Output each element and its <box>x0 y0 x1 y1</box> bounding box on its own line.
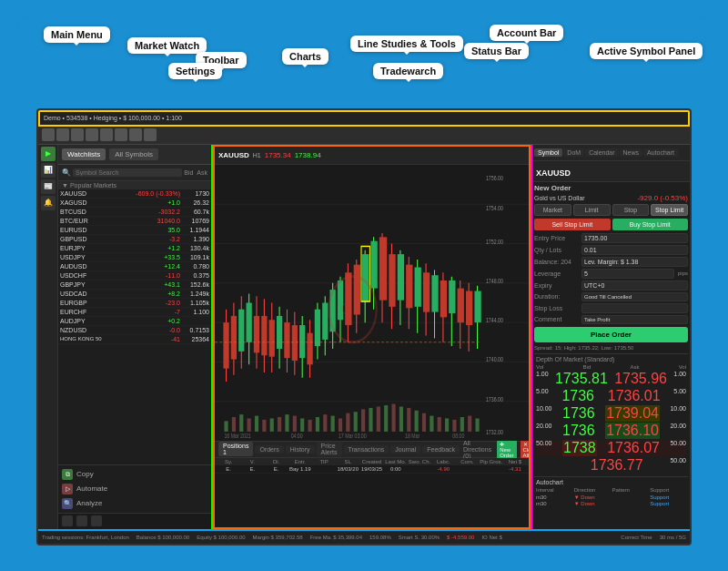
depth-title: Depth Of Market (Standard) <box>536 356 686 362</box>
instrument-name: Gold vs US Dollar <box>534 195 585 201</box>
list-item[interactable]: GBPJPY +43.1 152.6k <box>58 280 211 290</box>
tab-watchlists[interactable]: Watchlists <box>62 148 106 160</box>
tab-positions[interactable]: Positions 1 <box>218 442 253 456</box>
tab-feedback[interactable]: Feedback <box>422 445 460 454</box>
copy-action[interactable]: ⧉ Copy <box>60 467 209 482</box>
market-watch-header: Watchlists All Symbols <box>58 145 211 165</box>
leverage-input[interactable] <box>581 269 674 279</box>
footer-icon-3[interactable] <box>91 515 102 526</box>
toolbar-icon-6[interactable] <box>115 128 127 141</box>
footer-icon-2[interactable] <box>76 515 87 526</box>
tab-history[interactable]: History <box>286 445 315 454</box>
tab-news[interactable]: News <box>620 148 643 157</box>
footer-icon-1[interactable] <box>62 515 73 526</box>
svg-rect-62 <box>269 320 275 356</box>
svg-rect-76 <box>322 302 328 339</box>
balance-val: Lev. Margin: $ 1.38 <box>581 257 688 267</box>
tab-price-alerts[interactable]: Price Alerts <box>317 442 342 456</box>
buy-button[interactable]: Buy Stop Limit <box>612 219 689 230</box>
market-btn[interactable]: Market <box>534 204 571 216</box>
svg-rect-100 <box>423 272 430 311</box>
tab-orders[interactable]: Orders <box>255 445 283 454</box>
trading-terminal: Demo • 534538 • Hedging • $ 100,000.00 •… <box>36 108 692 546</box>
depth-row: 50.00 1738 1736.07 50.00 <box>536 440 686 456</box>
svg-rect-42 <box>430 415 433 431</box>
balance-status: Balance $ 100,000.00 <box>136 535 189 540</box>
list-item[interactable]: XAUUSD -609.0 (-0.33%) 1730 <box>58 189 211 199</box>
toolbar-icon-8[interactable] <box>144 128 157 141</box>
label-tradewarch: Tradewarch <box>373 63 443 79</box>
sidebar-icon-news[interactable]: 📰 <box>41 179 56 194</box>
svg-rect-38 <box>399 406 403 431</box>
toolbar-icon-3[interactable] <box>71 128 84 141</box>
close-all-button[interactable]: ✕ Close All <box>521 440 531 459</box>
chart-canvas[interactable]: 1756.00 1754.00 1752.00 1748.00 1744.00 … <box>215 165 529 441</box>
automate-action[interactable]: ▷ Automate <box>60 482 209 496</box>
svg-rect-102 <box>431 275 438 311</box>
sidebar-icon-alerts[interactable]: 🔔 <box>41 196 56 210</box>
svg-rect-30 <box>339 418 342 431</box>
list-item[interactable]: XAGUSD +1.0 26.32 <box>58 199 211 208</box>
list-item[interactable]: HONG KONG 50 -41 25364 <box>58 335 211 344</box>
svg-rect-24 <box>293 415 297 431</box>
correct-time: Correct Time <box>621 535 652 540</box>
expiry-row: Expiry UTC+0 <box>534 280 688 291</box>
stop-limit-btn[interactable]: Stop Limit <box>651 204 688 216</box>
bottom-tabs: Positions 1 Orders History Price Alerts … <box>215 442 529 458</box>
svg-rect-33 <box>361 409 365 432</box>
svg-rect-35 <box>377 406 380 431</box>
stop-btn[interactable]: Stop <box>612 204 650 216</box>
depth-row: 20.00 1736 1736.10 20.00 <box>536 423 686 439</box>
svg-rect-94 <box>398 254 404 301</box>
svg-rect-56 <box>247 302 252 342</box>
toolbar-icon-7[interactable] <box>129 128 142 141</box>
analyze-action[interactable]: 🔍 Analyze <box>60 496 209 511</box>
list-item[interactable]: EURGBP -23.0 1.105k <box>58 299 211 308</box>
list-item[interactable]: USDCAD +8.2 1.249k <box>58 290 211 299</box>
list-item[interactable]: NZDUSD -0.0 0.7153 <box>58 326 211 335</box>
list-item[interactable]: USDCHF -11.0 0.375 <box>58 271 211 280</box>
tab-journal[interactable]: Journal <box>390 445 420 454</box>
stop-loss-input[interactable] <box>581 303 688 313</box>
sell-button[interactable]: Sell Stop Limit <box>534 219 611 230</box>
list-item[interactable]: EURCHF -7 1.100 <box>58 308 211 317</box>
tab-autochart[interactable]: Autochart <box>643 148 678 157</box>
toolbar-icon-1[interactable] <box>42 128 55 141</box>
new-order-button[interactable]: ✚ New Order <box>497 440 516 459</box>
tab-calendar[interactable]: Calendar <box>585 148 618 157</box>
list-item[interactable]: USDJPY +33.5 109.1k <box>58 253 211 262</box>
tab-all-symbols[interactable]: All Symbols <box>109 148 158 160</box>
tab-symbol[interactable]: Symbol <box>534 148 562 157</box>
list-item[interactable]: AUDJPY +0.2 <box>58 317 211 326</box>
place-order-button[interactable]: Place Order <box>534 327 688 342</box>
entry-price-label: Entry Price <box>534 235 580 241</box>
chart-area: XAUUSD H1 1735.34 1738.94 <box>213 145 531 529</box>
list-item[interactable]: EURUSD 35.0 1.1944 <box>58 226 211 235</box>
order-title: New Order <box>534 184 571 192</box>
quantity-input[interactable] <box>581 245 688 255</box>
svg-rect-32 <box>354 412 358 432</box>
entry-price-input[interactable] <box>581 233 688 243</box>
take-profit-note: Take Profit <box>581 315 688 324</box>
symbol-search-input[interactable] <box>73 168 182 177</box>
quantity-label: Qty / Lots <box>534 247 580 253</box>
right-panel: Symbol DoM Calendar News Autochart XAUUS… <box>531 145 690 529</box>
sidebar-icon-trade[interactable]: ▶ <box>41 147 56 161</box>
toolbar-icon-2[interactable] <box>56 128 69 141</box>
instrument-change: -929.0 (-0.53%) <box>637 194 688 202</box>
list-item[interactable]: AUDUSD +12.4 0.780 <box>58 262 211 271</box>
list-item[interactable]: EURJPY +1.2 130.4k <box>58 244 211 253</box>
list-item[interactable]: GBPUSD -3.2 1.390 <box>58 235 211 244</box>
tab-transactions[interactable]: Transactions <box>344 445 389 454</box>
list-item[interactable]: BTCUSD -3032.2 60.7k <box>58 208 211 217</box>
list-item[interactable]: BTC/EUR 31040.0 10769 <box>58 217 211 226</box>
margin-pct: 159.08% <box>369 535 391 540</box>
chart-symbol: XAUUSD <box>218 151 249 159</box>
toolbar-icon-5[interactable] <box>100 128 113 141</box>
sidebar-icon-chart[interactable]: 📊 <box>41 163 56 178</box>
tab-dom[interactable]: DoM <box>563 148 584 157</box>
filter-label[interactable]: All Directions (0) <box>463 440 491 459</box>
toolbar-icon-4[interactable] <box>86 128 98 141</box>
table-row[interactable]: E. E. E. Bay 1.19 18/03/20 19/03/25 0:00… <box>215 465 529 474</box>
limit-btn[interactable]: Limit <box>573 204 611 216</box>
